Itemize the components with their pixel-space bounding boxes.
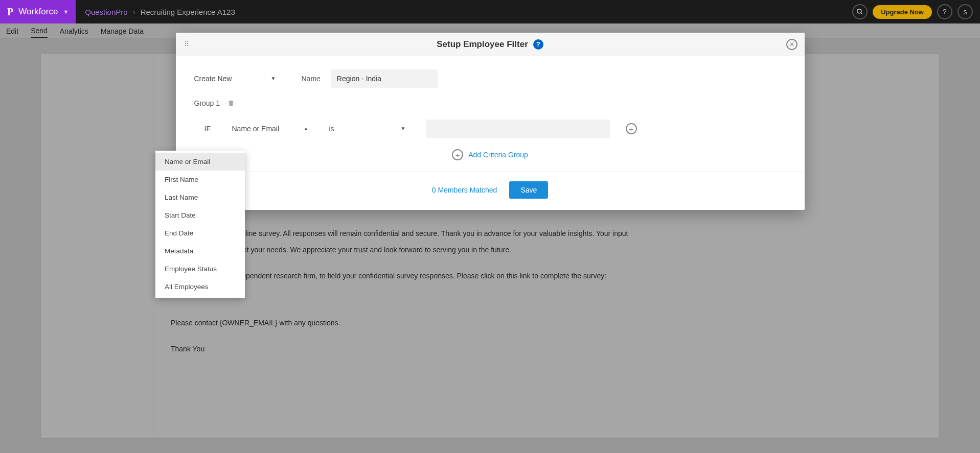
topbar: P Workforce ▼ QuestionPro › Recruiting E… <box>0 0 980 23</box>
modal-title: Setup Employee Filter <box>437 39 528 50</box>
name-label: Name <box>302 75 321 83</box>
select-value: is <box>329 125 334 133</box>
dropdown-option[interactable]: Last Name <box>155 188 245 206</box>
svg-line-1 <box>861 13 862 14</box>
dropdown-option[interactable]: First Name <box>155 171 245 188</box>
modal-body: Create New ▼ Name Group 1 IF Name or Ema… <box>176 56 805 210</box>
dropdown-option[interactable]: End Date <box>155 224 245 242</box>
chevron-up-icon: ▲ <box>304 126 309 131</box>
search-icon[interactable] <box>852 4 868 19</box>
filter-name-input[interactable] <box>331 69 438 88</box>
operator-select[interactable]: is ▼ <box>329 122 411 136</box>
dropdown-option[interactable]: Start Date <box>155 206 245 224</box>
group-header: Group 1 <box>194 99 786 107</box>
select-value: Name or Email <box>232 125 280 133</box>
criteria-value-input[interactable] <box>426 120 610 138</box>
brand-name: Workforce <box>18 7 58 17</box>
help-icon[interactable]: ? <box>533 39 543 50</box>
select-value: Create New <box>194 75 232 83</box>
topbar-right: Upgrade Now ? s <box>852 4 980 19</box>
if-label: IF <box>204 125 217 133</box>
add-criteria-icon[interactable]: + <box>626 123 637 134</box>
criteria-row: IF Name or Email ▲ is ▼ + <box>194 120 786 138</box>
field-dropdown: Name or Email First Name Last Name Start… <box>155 151 245 298</box>
save-button[interactable]: Save <box>509 181 548 199</box>
members-matched[interactable]: 0 Members Matched <box>432 186 497 194</box>
filter-modal: ⠿ Setup Employee Filter ? ✕ Create New ▼… <box>176 33 805 210</box>
dropdown-option[interactable]: All Employees <box>155 278 245 296</box>
dropdown-option[interactable]: Employee Status <box>155 260 245 278</box>
field-select[interactable]: Name or Email ▲ <box>232 122 314 136</box>
plus-icon[interactable]: + <box>452 149 463 160</box>
svg-point-0 <box>857 9 861 13</box>
breadcrumb-root[interactable]: QuestionPro <box>85 8 127 16</box>
chevron-right-icon: › <box>133 8 135 16</box>
filter-name-row: Create New ▼ Name <box>194 69 786 88</box>
group-label: Group 1 <box>194 99 220 107</box>
dropdown-option[interactable]: Metadata <box>155 242 245 260</box>
dropdown-option[interactable]: Name or Email <box>155 153 245 171</box>
logo-icon: P <box>7 6 13 18</box>
create-new-select[interactable]: Create New ▼ <box>194 71 281 86</box>
close-icon[interactable]: ✕ <box>786 39 797 50</box>
upgrade-button[interactable]: Upgrade Now <box>873 5 932 19</box>
add-criteria-group: + Add Criteria Group <box>194 149 786 160</box>
modal-header: ⠿ Setup Employee Filter ? ✕ <box>176 33 805 56</box>
breadcrumb: QuestionPro › Recruiting Experience A123 <box>76 8 244 16</box>
chevron-down-icon: ▼ <box>401 126 406 131</box>
chevron-down-icon: ▼ <box>271 76 276 81</box>
chevron-down-icon: ▼ <box>63 9 69 15</box>
user-avatar[interactable]: s <box>958 4 973 19</box>
breadcrumb-current: Recruiting Experience A123 <box>141 8 235 16</box>
brand-block[interactable]: P Workforce ▼ <box>0 0 76 23</box>
add-criteria-group-link[interactable]: Add Criteria Group <box>468 151 528 159</box>
drag-handle-icon[interactable]: ⠿ <box>184 42 190 46</box>
modal-footer: 0 Members Matched Save <box>194 172 786 210</box>
trash-icon[interactable] <box>227 99 235 107</box>
help-icon[interactable]: ? <box>937 4 952 19</box>
